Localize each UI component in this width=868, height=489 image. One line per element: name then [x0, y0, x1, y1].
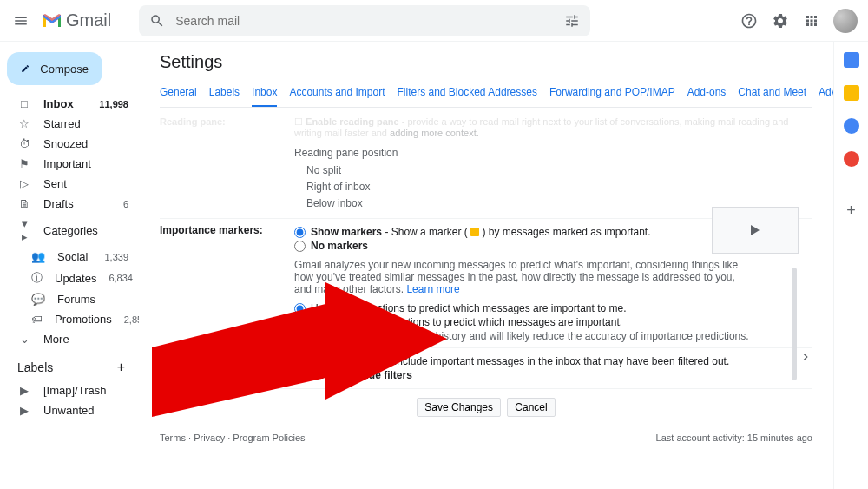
dont-override-radio[interactable] [294, 370, 306, 381]
use-past-text: Use my past actions to predict which mes… [311, 302, 627, 314]
help-icon[interactable] [740, 11, 759, 30]
marker-icon [470, 228, 479, 236]
tab-filters-and-blocked-addresses[interactable]: Filters and Blocked Addresses [398, 81, 537, 107]
nav-label: Important [43, 157, 116, 170]
nav-label: Starred [43, 117, 116, 130]
importance-markers-label: Importance markers: [160, 224, 294, 342]
gmail-logo[interactable]: Gmail [42, 10, 111, 30]
sidebar-category-forums[interactable]: 💬Forums [0, 289, 139, 309]
tab-advanced[interactable]: Advanced [819, 81, 833, 107]
override-filters-text: Override filters - Include important mes… [311, 355, 729, 367]
chevron-down-icon: ⌄ [17, 333, 31, 346]
sidebar-item-snoozed[interactable]: ⏱Snoozed [0, 134, 139, 154]
scrollbar[interactable] [792, 268, 797, 380]
cat-label: Forums [57, 293, 116, 306]
importance-analysis-text: Gmail analyzes your new incoming message… [294, 259, 746, 295]
terms-link[interactable]: Terms [160, 433, 186, 443]
sidebar-item-drafts[interactable]: 🗎Drafts6 [0, 194, 139, 214]
dont-override-text: Don't override filters [311, 369, 412, 381]
details-link[interactable]: Details [656, 443, 812, 445]
side-panel-toggle[interactable] [799, 350, 816, 367]
sidebar-item-inbox[interactable]: □Inbox11,998 [0, 94, 139, 114]
sidebar-item-categories[interactable]: ▾ ▸Categories [0, 214, 139, 247]
dont-use-past-text: Don't use my past actions to predict whi… [311, 316, 622, 328]
settings-content: Settings GeneralLabelsInboxAccounts and … [139, 42, 833, 489]
reading-pane-label: Reading pane: [160, 115, 294, 213]
reading-pane-position-label: Reading pane position [294, 147, 812, 159]
tab-general[interactable]: General [160, 81, 197, 107]
logo-text: Gmail [66, 10, 111, 30]
tab-accounts-and-import[interactable]: Accounts and Import [289, 81, 385, 107]
header-right [740, 9, 858, 33]
use-past-radio[interactable] [294, 303, 306, 314]
search-bar[interactable] [139, 5, 590, 36]
calendar-app-icon[interactable] [844, 52, 859, 68]
cat-icon: ⓘ [31, 270, 43, 286]
tune-icon[interactable] [564, 13, 580, 29]
side-panel: + [833, 42, 868, 489]
add-addon-icon[interactable]: + [846, 202, 856, 220]
sidebar-category-social[interactable]: 👥Social1,339 [0, 247, 139, 267]
header: Gmail [0, 0, 868, 42]
pencil-icon [21, 61, 30, 76]
sidebar-item-important[interactable]: ⚑Important [0, 154, 139, 174]
nav-count: 6 [123, 199, 128, 209]
settings-tabs: GeneralLabelsInboxAccounts and ImportFil… [160, 81, 812, 108]
settings-title: Settings [160, 52, 812, 72]
tab-add-ons[interactable]: Add-ons [687, 81, 727, 107]
label-text: [Imap]/Trash [43, 384, 128, 397]
importance-video-thumb[interactable] [712, 207, 799, 254]
nav-label: Snoozed [43, 137, 116, 150]
cat-icon: 🏷 [31, 313, 43, 326]
label-icon: ▶ [17, 404, 31, 417]
sidebar-item-starred[interactable]: ☆Starred [0, 114, 139, 134]
settings-gear-icon[interactable] [771, 11, 790, 30]
tab-forwarding-and-pop-imap[interactable]: Forwarding and POP/IMAP [549, 81, 675, 107]
tab-chat-and-meet[interactable]: Chat and Meet [738, 81, 806, 107]
nav-icon: ▾ ▸ [17, 217, 31, 243]
filtered-mail-label: Filtered mail: [160, 354, 294, 383]
cat-count: 6,834 [108, 273, 133, 283]
dont-use-past-radio[interactable] [294, 317, 306, 328]
reading-pane-desc-cut: ☐ Enable reading pane - provide a way to… [294, 115, 812, 140]
cat-label: Promotions [55, 313, 112, 326]
override-filters-radio[interactable] [294, 356, 306, 367]
nav-icon: ☆ [17, 117, 31, 130]
sidebar-category-promotions[interactable]: 🏷Promotions2,854 [0, 309, 139, 329]
show-markers-radio[interactable] [294, 227, 306, 238]
keep-app-icon[interactable] [844, 85, 859, 101]
add-label-icon[interactable]: + [117, 360, 125, 375]
sidebar-more[interactable]: ⌄ More [0, 329, 139, 349]
predict-note: Note: this will erase action history and… [312, 330, 812, 342]
contacts-app-icon[interactable] [844, 151, 859, 167]
tasks-app-icon[interactable] [844, 118, 859, 134]
sidebar-label-imaptrash[interactable]: ▶[Imap]/Trash [0, 380, 139, 400]
cancel-button[interactable]: Cancel [507, 398, 555, 417]
account-avatar[interactable] [833, 9, 858, 33]
compose-button[interactable]: Compose [7, 52, 102, 85]
nav-label: Inbox [43, 97, 87, 110]
nav-icon: ⏱ [17, 137, 31, 150]
no-markers-radio[interactable] [294, 241, 306, 252]
tab-inbox[interactable]: Inbox [252, 81, 277, 107]
sidebar-label-unwanted[interactable]: ▶Unwanted [0, 400, 139, 420]
labels-header: Labels + [0, 349, 139, 380]
search-input[interactable] [175, 14, 554, 28]
more-label: More [43, 333, 128, 346]
learn-more-link[interactable]: Learn more [406, 283, 459, 295]
show-markers-text: Show markers - Show a marker ( ) by mess… [311, 226, 651, 238]
save-changes-button[interactable]: Save Changes [417, 398, 501, 417]
tab-labels[interactable]: Labels [209, 81, 240, 107]
nav-label: Drafts [43, 197, 111, 210]
privacy-link[interactable]: Privacy [194, 433, 225, 443]
labels-title: Labels [17, 360, 53, 374]
reading-pane-option: Right of inbox [306, 179, 812, 195]
sidebar-category-updates[interactable]: ⓘUpdates6,834 [0, 267, 139, 289]
cat-icon: 👥 [31, 250, 45, 263]
policies-link[interactable]: Program Policies [233, 433, 305, 443]
sidebar-item-sent[interactable]: ▷Sent [0, 174, 139, 194]
main-menu-icon[interactable] [10, 10, 31, 31]
last-activity-text: Last account activity: 15 minutes ago [656, 433, 812, 443]
apps-grid-icon[interactable] [802, 11, 821, 30]
nav-count: 11,998 [99, 99, 128, 109]
